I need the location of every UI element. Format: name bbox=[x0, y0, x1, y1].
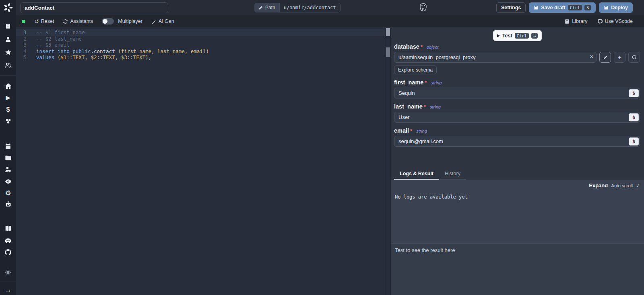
scrollbar-thumb[interactable] bbox=[386, 28, 390, 36]
tab-logs-result[interactable]: Logs & Result bbox=[394, 169, 439, 180]
reset-button[interactable]: ↺ Reset bbox=[34, 18, 54, 25]
ai-robot-icon[interactable] bbox=[3, 200, 13, 209]
autoscroll-toggle[interactable]: Auto scroll bbox=[611, 183, 633, 188]
pencil-icon bbox=[258, 6, 263, 10]
github-icon[interactable] bbox=[3, 248, 13, 258]
database-label-row: database* object bbox=[394, 43, 640, 50]
kbd-s: S bbox=[584, 5, 591, 10]
assistants-button[interactable]: Assistants bbox=[63, 18, 93, 24]
clear-icon[interactable]: × bbox=[590, 53, 593, 60]
settings-button[interactable]: Settings bbox=[496, 2, 526, 13]
collapse-arrow-icon[interactable]: → bbox=[3, 285, 13, 295]
path-label-text: Path bbox=[265, 5, 275, 10]
check-icon[interactable]: ✓ bbox=[636, 183, 640, 188]
code-line[interactable]: 1 -- $1 first_name bbox=[16, 29, 385, 36]
kbd-ctrl: Ctrl bbox=[568, 5, 582, 10]
theme-sun-icon[interactable] bbox=[3, 268, 13, 277]
variables-dollar-icon[interactable]: $ bbox=[3, 105, 13, 115]
expand-button[interactable]: Expand bbox=[589, 182, 608, 188]
schedules-calendar-icon[interactable] bbox=[3, 141, 13, 151]
workers-icon[interactable] bbox=[3, 164, 13, 174]
multiplayer-label: Multiplayer bbox=[118, 18, 142, 24]
code-line[interactable]: 4 insert into public.contact (first_name… bbox=[16, 48, 385, 55]
discord-icon[interactable] bbox=[3, 236, 13, 246]
book-icon bbox=[565, 19, 570, 24]
field-label: last_name bbox=[394, 103, 423, 110]
ai-gen-label: AI Gen bbox=[159, 18, 174, 24]
windmill-logo[interactable] bbox=[0, 0, 16, 15]
code-token: insert into bbox=[36, 48, 72, 54]
refresh-icon bbox=[632, 55, 637, 60]
first-name-input-row: $ bbox=[394, 88, 640, 98]
editor-scrollbar[interactable] bbox=[385, 27, 390, 295]
database-input[interactable] bbox=[394, 52, 597, 63]
required-asterisk: * bbox=[424, 104, 426, 110]
multiplayer-toggle[interactable] bbox=[102, 18, 114, 25]
postgresql-icon bbox=[418, 2, 429, 14]
save-draft-button[interactable]: Save draft Ctrl S bbox=[529, 2, 596, 13]
first-name-input[interactable] bbox=[394, 88, 640, 98]
use-vscode-button[interactable]: Use VScode bbox=[597, 18, 633, 24]
workspace-icon[interactable] bbox=[3, 21, 13, 31]
code-line[interactable]: 2 -- $2 last_name bbox=[16, 36, 385, 42]
field-type: string bbox=[431, 80, 442, 85]
variable-picker-button[interactable]: $ bbox=[629, 89, 639, 97]
resources-icon[interactable] bbox=[3, 117, 13, 126]
status-dot bbox=[22, 20, 25, 23]
toggle-knob bbox=[103, 19, 107, 24]
groups-icon[interactable] bbox=[3, 60, 13, 70]
path-value[interactable]: u/aamir/addcontact bbox=[279, 3, 341, 12]
deploy-label: Deploy bbox=[611, 5, 628, 10]
favorites-star-icon[interactable] bbox=[3, 47, 13, 57]
edit-resource-button[interactable] bbox=[599, 52, 611, 63]
last-name-input-row: $ bbox=[394, 112, 640, 123]
left-sidebar: ▶ $ ⚙ → bbox=[0, 0, 16, 295]
arrow-right-glyph: → bbox=[5, 286, 12, 294]
home-icon[interactable] bbox=[3, 81, 13, 91]
edit-path-button[interactable]: Path bbox=[254, 3, 279, 12]
required-asterisk: * bbox=[421, 44, 423, 50]
docs-book-icon[interactable] bbox=[3, 224, 13, 234]
database-input-row: × + bbox=[394, 52, 640, 63]
explore-schema-button[interactable]: Explore schema bbox=[394, 66, 437, 74]
toolbar-right: Library Use VScode bbox=[565, 18, 633, 24]
folders-icon[interactable] bbox=[3, 153, 13, 163]
settings-label: Settings bbox=[501, 5, 521, 10]
settings-gear-icon[interactable]: ⚙ bbox=[3, 188, 13, 198]
last-name-input[interactable] bbox=[394, 112, 640, 123]
code-line[interactable]: 5 values ($1::TEXT, $2::TEXT, $3::TEXT); bbox=[16, 54, 385, 61]
library-button[interactable]: Library bbox=[565, 18, 587, 24]
required-asterisk: * bbox=[425, 80, 427, 86]
code-token: ($1::TEXT, $2::TEXT, $3::TEXT) bbox=[58, 54, 149, 60]
assistants-label: Assistants bbox=[70, 18, 93, 24]
ai-gen-button[interactable]: AI Gen bbox=[151, 18, 174, 24]
script-name-input[interactable] bbox=[20, 2, 168, 13]
email-input[interactable] bbox=[394, 136, 640, 147]
add-resource-button[interactable]: + bbox=[614, 52, 625, 63]
pencil-icon bbox=[603, 55, 608, 60]
code-area[interactable]: 1 -- $1 first_name 2 -- $2 last_name 3 -… bbox=[16, 27, 385, 295]
tab-history[interactable]: History bbox=[439, 169, 466, 180]
play-icon bbox=[497, 34, 500, 37]
audit-eye-icon[interactable] bbox=[3, 176, 13, 186]
test-button[interactable]: Test Ctrl ↵ bbox=[493, 30, 542, 41]
code-line[interactable]: 3 -- $3 email bbox=[16, 42, 385, 48]
topbar-actions: Settings Save draft Ctrl S Deploy bbox=[496, 2, 633, 13]
refresh-button[interactable] bbox=[628, 52, 640, 63]
code-editor[interactable]: 1 -- $1 first_name 2 -- $2 last_name 3 -… bbox=[16, 27, 390, 295]
logs-controls: Expand Auto scroll ✓ bbox=[391, 180, 644, 188]
save-icon bbox=[604, 5, 609, 10]
dollar-glyph: $ bbox=[6, 106, 10, 113]
code-token: -- $3 email bbox=[36, 42, 70, 48]
user-icon[interactable] bbox=[3, 35, 13, 44]
reset-label: Reset bbox=[41, 18, 54, 24]
deploy-button[interactable]: Deploy bbox=[599, 2, 633, 13]
sidebar-divider bbox=[0, 281, 16, 281]
variable-picker-button[interactable]: $ bbox=[629, 113, 639, 121]
scrollbar-thumb[interactable] bbox=[386, 47, 390, 57]
email-label-row: email* string bbox=[394, 127, 640, 134]
save-draft-label: Save draft bbox=[541, 5, 565, 10]
test-row: Test Ctrl ↵ bbox=[391, 27, 644, 41]
runs-play-icon[interactable]: ▶ bbox=[3, 93, 13, 102]
variable-picker-button[interactable]: $ bbox=[629, 137, 639, 145]
